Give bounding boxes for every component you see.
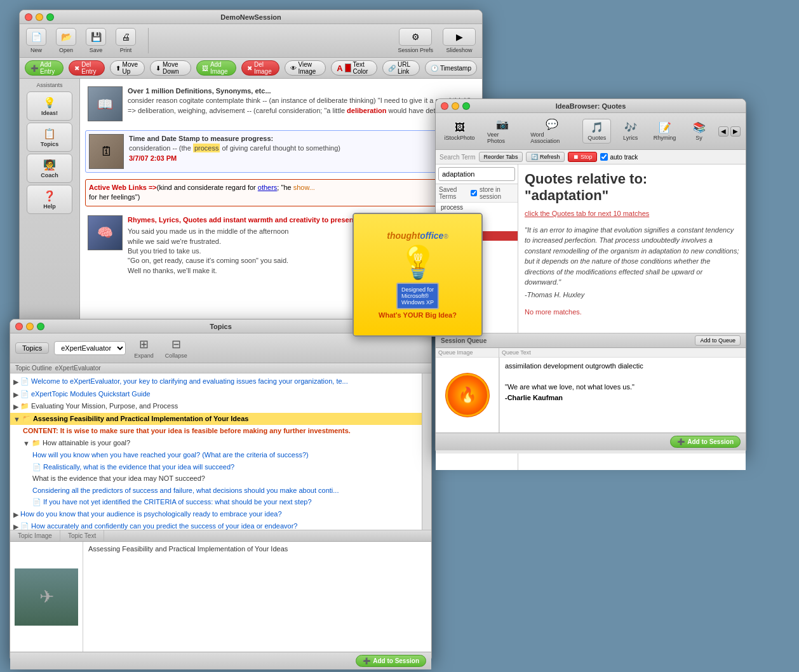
ad-logo: thoughtoffice® bbox=[387, 231, 448, 241]
topics-scrollbar[interactable] bbox=[422, 373, 431, 530]
open-button[interactable]: 📂 Open bbox=[56, 28, 76, 53]
del-entry-button[interactable]: ✖ Del Entry bbox=[69, 60, 104, 76]
sidebar-ideas-button[interactable]: 💡 Ideas! bbox=[27, 91, 72, 121]
add-to-session-button[interactable]: ➕ Add to Session bbox=[670, 436, 741, 448]
view-image-button[interactable]: 👁 View Image bbox=[285, 60, 326, 76]
topics-toolbar: Topics eXpertEvaluator ⊞ Expand ⊟ Collap… bbox=[10, 333, 431, 363]
tab-rhyming[interactable]: 📝 Rhyming bbox=[650, 119, 680, 143]
print-button[interactable]: 🖨 Print bbox=[116, 28, 136, 53]
tree-item-psychologically[interactable]: ▶ How do you know that your audience is … bbox=[10, 508, 422, 521]
topics-bottom-header: Topic Image Topic Text bbox=[10, 530, 431, 542]
del-image-button[interactable]: ✖ Del Image bbox=[241, 60, 279, 76]
tab-istock[interactable]: 🖼 iStockPhoto bbox=[441, 120, 478, 143]
tree-item-accurately[interactable]: ▶ 📄 How accurately and confidently can y… bbox=[10, 520, 422, 530]
topics-maximize-button[interactable] bbox=[37, 323, 44, 330]
add-entry-button[interactable]: ➕ Add Entry bbox=[25, 60, 64, 76]
module-dropdown[interactable]: eXpertEvaluator bbox=[54, 341, 126, 355]
tree-item-criteria[interactable]: 📄 If you have not yet identified the CRI… bbox=[10, 496, 422, 508]
expand-button[interactable]: ⊞ Expand bbox=[131, 336, 157, 360]
sidebar-help-button[interactable]: ❓ Help bbox=[27, 185, 72, 214]
tab-quotes[interactable]: 🎵 Quotes bbox=[582, 119, 611, 144]
ad-tagline: What's YOUR Big Idea? bbox=[379, 311, 457, 319]
no-more-matches: No more matches. bbox=[525, 308, 739, 316]
store-in-session-checkbox[interactable] bbox=[471, 190, 477, 196]
sidebar-coach-button[interactable]: 🧑‍🏫 Coach bbox=[27, 154, 72, 183]
tab-veer[interactable]: 📷 Veer Photos bbox=[483, 116, 521, 146]
tab-sy[interactable]: 📚 Sy bbox=[685, 119, 713, 143]
auto-track-input[interactable] bbox=[600, 153, 608, 161]
tree-item-attainable[interactable]: ▼ 📁 How attainable is your goal? bbox=[10, 437, 422, 450]
nav-left-button[interactable]: ◀ bbox=[718, 126, 728, 137]
topics-add-to-session-button[interactable]: ➕ Add to Session bbox=[356, 655, 426, 667]
minimize-button[interactable] bbox=[36, 13, 43, 21]
arrow-icon: ▶ bbox=[13, 401, 18, 412]
main-window-title: DemoNewSession bbox=[220, 13, 281, 21]
arrow-icon: ▶ bbox=[13, 521, 18, 530]
topics-tab-button[interactable]: Topics bbox=[15, 342, 49, 354]
tree-item-evaluating[interactable]: ▶ 📁 Evaluating Your Mission, Purpose, an… bbox=[10, 400, 422, 413]
move-up-icon: ⬆ bbox=[116, 65, 121, 72]
collapse-button[interactable]: ⊟ Collapse bbox=[162, 336, 191, 360]
topics-icon: 📋 bbox=[43, 128, 56, 140]
item-icon: 📁 bbox=[20, 401, 29, 412]
slideshow-button[interactable]: ▶ Slideshow bbox=[443, 28, 476, 53]
idea-close-button[interactable] bbox=[441, 102, 448, 110]
tab-word[interactable]: 💬 Word Association bbox=[527, 116, 577, 146]
add-to-queue-button[interactable]: Add to Queue bbox=[695, 335, 741, 346]
thought-office-ad[interactable]: thoughtoffice® 💡 Designed for Microsoft®… bbox=[352, 213, 483, 337]
entry-1-thumb: 📖 bbox=[88, 86, 123, 121]
entry-3-text: Active Web Links =>(kind and considerate… bbox=[89, 183, 473, 203]
traffic-lights bbox=[25, 13, 54, 21]
tree-item-considering[interactable]: Considering all the predictors of succes… bbox=[10, 485, 422, 497]
arrow-icon: ▼ bbox=[13, 414, 20, 425]
auto-track-checkbox[interactable]: auto track bbox=[600, 153, 638, 161]
add-image-button[interactable]: 🖼 Add Image bbox=[196, 60, 236, 76]
term-process[interactable]: process bbox=[436, 203, 518, 212]
stop-button[interactable]: ⏹ Stop bbox=[568, 152, 597, 162]
tree-item-realistically[interactable]: 📄 Realistically, what is the evidence th… bbox=[10, 461, 422, 473]
tree-item-quickstart[interactable]: ▶ 📄 eXpertTopic Modules Quickstart Guide bbox=[10, 388, 422, 401]
tree-item-not-succeed[interactable]: What is the evidence that your idea may … bbox=[10, 473, 422, 485]
topics-tree: ▶ 📄 Welcome to eXpertEvaluator, your key… bbox=[10, 373, 422, 530]
tab-lyrics[interactable]: 🎶 Lyrics bbox=[616, 119, 645, 143]
search-bar bbox=[436, 165, 518, 184]
topics-window-title: Topics bbox=[210, 323, 232, 330]
move-down-icon: ⬇ bbox=[156, 65, 161, 72]
maximize-button[interactable] bbox=[46, 13, 54, 21]
entry-3: Active Web Links =>(kind and considerate… bbox=[85, 179, 477, 206]
tree-item-welcome[interactable]: ▶ 📄 Welcome to eXpertEvaluator, your key… bbox=[10, 375, 422, 388]
item-icon: 📁 bbox=[22, 413, 31, 424]
session-queue: Session Queue Add to Queue Queue Image 🔥… bbox=[436, 333, 746, 454]
sy-icon: 📚 bbox=[693, 121, 706, 133]
close-button[interactable] bbox=[25, 13, 32, 21]
session-prefs-button[interactable]: ⚙ Session Prefs bbox=[398, 28, 433, 53]
text-color-button[interactable]: A Text Color bbox=[331, 60, 377, 76]
quote-1-text: "It is an error to imagine that evolutio… bbox=[525, 225, 739, 288]
quotes-title: Quotes relative to: "adaptation" bbox=[525, 171, 739, 205]
session-queue-body: Queue Image 🔥 Queue Text assimilation de… bbox=[436, 348, 746, 433]
next-matches-link[interactable]: click the Quotes tab for next 10 matches bbox=[525, 210, 739, 217]
collapse-icon: ⊟ bbox=[171, 337, 181, 351]
nav-right-button[interactable]: ▶ bbox=[730, 126, 741, 137]
reorder-tabs-button[interactable]: Reorder Tabs bbox=[479, 152, 523, 162]
topics-close-button[interactable] bbox=[15, 323, 23, 330]
slideshow-icon: ▶ bbox=[443, 28, 476, 46]
move-up-button[interactable]: ⬆ Move Up bbox=[110, 60, 145, 76]
idea-maximize-button[interactable] bbox=[462, 102, 470, 110]
coach-icon: 🧑‍🏫 bbox=[43, 159, 56, 171]
add-session-icon: ➕ bbox=[677, 438, 685, 445]
topics-minimize-button[interactable] bbox=[26, 323, 34, 330]
sidebar-topics-button[interactable]: 📋 Topics bbox=[27, 123, 72, 152]
save-button[interactable]: 💾 Save bbox=[86, 28, 106, 53]
word-icon: 💬 bbox=[546, 118, 558, 130]
idea-minimize-button[interactable] bbox=[452, 102, 459, 110]
tree-item-content: CONTENT: It is wise to make sure that yo… bbox=[10, 425, 422, 437]
search-input[interactable] bbox=[438, 167, 515, 181]
timestamp-button[interactable]: 🕐 Timestamp bbox=[425, 60, 477, 76]
url-link-button[interactable]: 🔗 URL Link bbox=[382, 60, 420, 76]
refresh-button[interactable]: 🔄 Refresh bbox=[526, 152, 565, 162]
new-button[interactable]: 📄 New bbox=[26, 28, 46, 53]
tree-item-assessing[interactable]: ▼ 📁 Assessing Feasibility and Practical … bbox=[10, 413, 422, 426]
tree-item-know-when[interactable]: How will you know when you have reached … bbox=[10, 449, 422, 461]
move-down-button[interactable]: ⬇ Move Down bbox=[150, 60, 191, 76]
